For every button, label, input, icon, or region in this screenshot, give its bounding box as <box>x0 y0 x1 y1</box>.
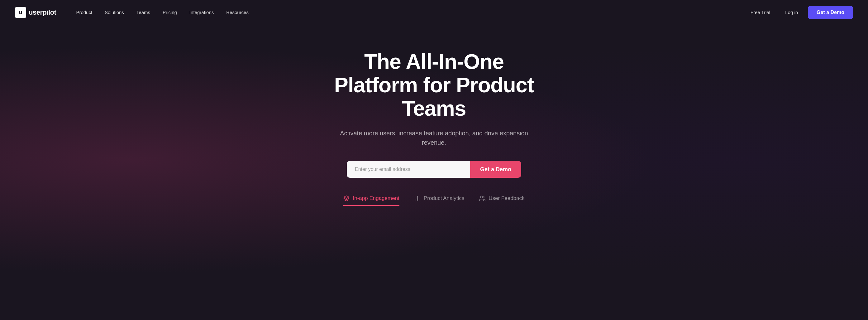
tab-product-analytics-label: Product Analytics <box>424 195 464 202</box>
logo-text: userpilot <box>29 8 56 17</box>
logo-icon: u <box>15 7 26 18</box>
cta-form: Get a Demo <box>347 161 521 178</box>
hero-subtitle: Activate more users, increase feature ad… <box>337 128 531 147</box>
nav-item-integrations[interactable]: Integrations <box>184 7 219 18</box>
logo[interactable]: u userpilot <box>15 7 56 18</box>
tab-user-feedback-label: User Feedback <box>489 195 524 202</box>
nav-item-teams[interactable]: Teams <box>131 7 155 18</box>
free-trial-link[interactable]: Free Trial <box>746 7 775 18</box>
nav-get-demo-button[interactable]: Get a Demo <box>808 6 853 19</box>
nav-item-solutions[interactable]: Solutions <box>100 7 129 18</box>
email-input[interactable] <box>347 161 470 178</box>
layers-icon <box>343 195 349 202</box>
svg-point-4 <box>480 196 483 198</box>
hero-section: The All-In-One Platform for Product Team… <box>0 25 868 225</box>
bar-chart-icon <box>414 195 421 202</box>
feature-tabs: In-app Engagement Product Analytics <box>343 195 524 206</box>
hero-title: The All-In-One Platform for Product Team… <box>325 50 543 120</box>
nav-actions: Free Trial Log in Get a Demo <box>746 6 853 19</box>
tab-user-feedback[interactable]: User Feedback <box>479 195 524 206</box>
tab-in-app-engagement-label: In-app Engagement <box>353 195 399 202</box>
nav-item-product[interactable]: Product <box>71 7 97 18</box>
login-link[interactable]: Log in <box>780 7 803 18</box>
nav-item-resources[interactable]: Resources <box>221 7 254 18</box>
navbar: u userpilot Product Solutions Teams Pric… <box>0 0 868 25</box>
tab-product-analytics[interactable]: Product Analytics <box>414 195 464 206</box>
nav-links: Product Solutions Teams Pricing Integrat… <box>71 7 745 18</box>
tab-in-app-engagement[interactable]: In-app Engagement <box>343 195 399 206</box>
svg-marker-0 <box>344 196 349 198</box>
users-icon <box>479 195 486 202</box>
nav-item-pricing[interactable]: Pricing <box>158 7 182 18</box>
cta-demo-button[interactable]: Get a Demo <box>470 161 521 178</box>
